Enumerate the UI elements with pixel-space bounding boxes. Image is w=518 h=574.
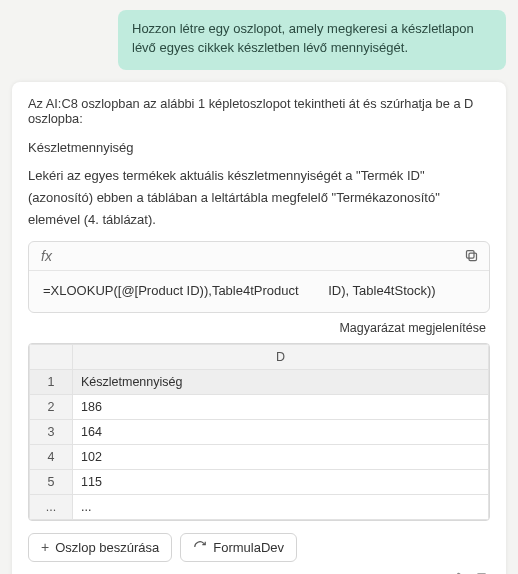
- formuladev-label: FormulaDev: [213, 540, 284, 555]
- table-row: 5115: [30, 469, 489, 494]
- formula-text: =XLOOKUP([@[Product ID)),Table4tProduct …: [29, 271, 489, 312]
- row-number: 5: [30, 469, 73, 494]
- table-row: 2186: [30, 394, 489, 419]
- cell-value: Készletmennyiség: [73, 369, 489, 394]
- user-message-bubble: Hozzon létre egy oszlopot, amely megkere…: [118, 10, 506, 70]
- refresh-icon: [193, 540, 207, 554]
- row-number: 2: [30, 394, 73, 419]
- preview-table: D 1Készletmennyiség2186316441025115.....…: [28, 343, 490, 521]
- table-corner: [30, 344, 73, 369]
- insert-column-button[interactable]: + Oszlop beszúrása: [28, 533, 172, 562]
- copy-icon[interactable]: [464, 248, 479, 263]
- suggested-column-title: Készletmennyiség: [28, 140, 490, 155]
- svg-rect-0: [469, 253, 477, 261]
- row-number: 4: [30, 444, 73, 469]
- show-explanation-link[interactable]: Magyarázat megjelenítése: [339, 321, 486, 335]
- fx-label: fx: [41, 248, 52, 264]
- user-message-text: Hozzon létre egy oszlopot, amely megkere…: [132, 21, 474, 55]
- plus-icon: +: [41, 540, 49, 554]
- cell-value: 102: [73, 444, 489, 469]
- cell-value: ...: [73, 494, 489, 519]
- formula-box: fx =XLOOKUP([@[Product ID)),Table4tProdu…: [28, 241, 490, 313]
- assistant-lead-text: Az AI:C8 oszlopban az alábbi 1 képletosz…: [28, 96, 490, 126]
- table-row: 4102: [30, 444, 489, 469]
- column-description: Lekéri az egyes termékek aktuális készle…: [28, 165, 490, 231]
- table-row: 3164: [30, 419, 489, 444]
- row-number: 3: [30, 419, 73, 444]
- table-col-header: D: [73, 344, 489, 369]
- cell-value: 115: [73, 469, 489, 494]
- row-number: ...: [30, 494, 73, 519]
- row-number: 1: [30, 369, 73, 394]
- table-row: ......: [30, 494, 489, 519]
- insert-column-label: Oszlop beszúrása: [55, 540, 159, 555]
- svg-rect-1: [467, 251, 475, 259]
- formula-part1: =XLOOKUP([@[Product ID)),Table4tProduct: [43, 283, 299, 298]
- table-row: 1Készletmennyiség: [30, 369, 489, 394]
- formuladev-button[interactable]: FormulaDev: [180, 533, 297, 562]
- formula-part2: ID), Table4tStock)): [328, 283, 435, 298]
- assistant-card: Az AI:C8 oszlopban az alábbi 1 képletosz…: [12, 82, 506, 574]
- cell-value: 186: [73, 394, 489, 419]
- cell-value: 164: [73, 419, 489, 444]
